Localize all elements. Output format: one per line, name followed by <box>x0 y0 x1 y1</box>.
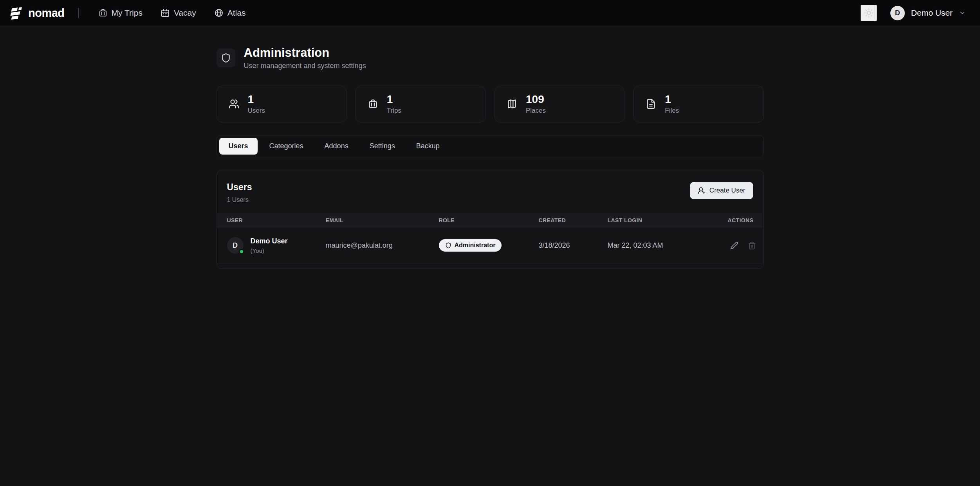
create-user-button[interactable]: Create User <box>690 182 753 199</box>
nomad-logo-icon <box>10 6 23 20</box>
brand-logo[interactable]: nomad <box>10 6 65 20</box>
stat-text: 109 Places <box>526 94 546 115</box>
create-user-label: Create User <box>709 187 745 194</box>
column-header-actions: Actions <box>728 217 754 223</box>
stat-label: Files <box>665 107 679 115</box>
tab-categories[interactable]: Categories <box>260 138 313 155</box>
theme-toggle-button[interactable] <box>861 5 877 21</box>
stat-value: 1 <box>665 94 679 106</box>
nav-links: My Trips Vacay <box>92 4 252 22</box>
nav-item-label: Atlas <box>227 8 246 18</box>
stat-text: 1 Files <box>665 94 679 115</box>
user-name: Demo User <box>911 8 953 18</box>
nav-item-vacay[interactable]: Vacay <box>154 4 202 22</box>
admin-page: Administration User management and syste… <box>217 26 764 269</box>
page-header: Administration User management and syste… <box>217 46 764 70</box>
avatar-initial: D <box>895 9 900 17</box>
nav-divider <box>78 8 79 18</box>
avatar-initial: D <box>233 241 238 250</box>
tab-backup[interactable]: Backup <box>407 138 449 155</box>
stat-card-files: 1 Files <box>633 86 763 122</box>
column-header-email: Email <box>326 217 439 223</box>
nav-item-label: Vacay <box>174 8 196 18</box>
tab-users[interactable]: Users <box>219 138 258 155</box>
map-icon <box>507 99 517 109</box>
tab-settings[interactable]: Settings <box>360 138 404 155</box>
table-row: D Demo User (You) maurice@pakulat.org Ad <box>217 228 763 264</box>
column-header-created: Created <box>539 217 608 223</box>
stat-label: Users <box>248 107 265 115</box>
chevron-down-icon <box>959 9 966 16</box>
user-name-block: Demo User (You) <box>251 237 288 254</box>
users-count: 1 Users <box>227 196 252 203</box>
sun-icon <box>864 8 874 18</box>
stat-text: 1 Users <box>248 94 265 115</box>
admin-tabs: Users Categories Addons Settings Backup <box>217 135 764 157</box>
calendar-icon <box>161 8 170 18</box>
role-label: Administrator <box>455 242 496 249</box>
online-status-dot <box>239 249 244 254</box>
nav-item-label: My Trips <box>112 8 143 18</box>
shield-icon <box>445 242 451 248</box>
row-created: 3/18/2026 <box>539 241 608 250</box>
brand-name: nomad <box>28 7 65 20</box>
avatar: D <box>890 6 905 20</box>
stat-value: 1 <box>248 94 265 106</box>
trash-icon <box>748 241 756 250</box>
row-actions <box>728 239 758 252</box>
row-user-name: Demo User <box>251 237 288 245</box>
user-cell: D Demo User (You) <box>227 237 326 254</box>
stat-card-places: 109 Places <box>495 86 624 122</box>
user-plus-icon <box>698 187 706 194</box>
stat-text: 1 Trips <box>387 94 401 115</box>
you-label: (You) <box>251 247 288 254</box>
edit-user-button[interactable] <box>728 239 741 252</box>
column-header-role: Role <box>439 217 539 223</box>
stat-card-users: 1 Users <box>217 86 347 122</box>
avatar: D <box>227 237 244 254</box>
stats-row: 1 Users 1 Trips <box>217 86 764 122</box>
user-menu[interactable]: D Demo User <box>890 6 966 20</box>
pencil-icon <box>730 241 738 250</box>
globe-icon <box>214 8 224 18</box>
page-title: Administration <box>244 46 366 60</box>
users-icon <box>229 99 239 109</box>
delete-user-button[interactable] <box>745 239 758 252</box>
luggage-icon <box>368 99 378 109</box>
stat-label: Places <box>526 107 546 115</box>
users-table-header: User Email Role Created Last Login Actio… <box>217 213 763 228</box>
role-badge: Administrator <box>439 239 502 252</box>
stat-label: Trips <box>387 107 401 115</box>
users-panel-heading: Users 1 Users <box>227 182 252 203</box>
navbar-right: D Demo User <box>861 5 966 21</box>
nav-item-my-trips[interactable]: My Trips <box>92 4 149 22</box>
users-panel-title: Users <box>227 182 252 193</box>
users-panel-header: Users 1 Users Create User <box>217 170 763 213</box>
column-header-user: User <box>227 217 326 223</box>
file-icon <box>646 99 656 109</box>
users-panel: Users 1 Users Create User User Email Rol… <box>217 170 764 269</box>
stat-value: 109 <box>526 94 546 106</box>
navbar-left: nomad My Trips <box>10 4 252 22</box>
row-role: Administrator <box>439 239 539 252</box>
stat-card-trips: 1 Trips <box>356 86 485 122</box>
shield-icon <box>217 49 235 67</box>
column-header-last-login: Last Login <box>608 217 728 223</box>
page-subtitle: User management and system settings <box>244 62 366 70</box>
luggage-icon <box>98 8 108 18</box>
tab-addons[interactable]: Addons <box>315 138 358 155</box>
top-navbar: nomad My Trips <box>0 0 980 26</box>
page-header-text: Administration User management and syste… <box>244 46 366 70</box>
row-last-login: Mar 22, 02:03 AM <box>608 241 728 250</box>
stat-value: 1 <box>387 94 401 106</box>
nav-item-atlas[interactable]: Atlas <box>208 4 252 22</box>
row-email: maurice@pakulat.org <box>326 241 439 250</box>
